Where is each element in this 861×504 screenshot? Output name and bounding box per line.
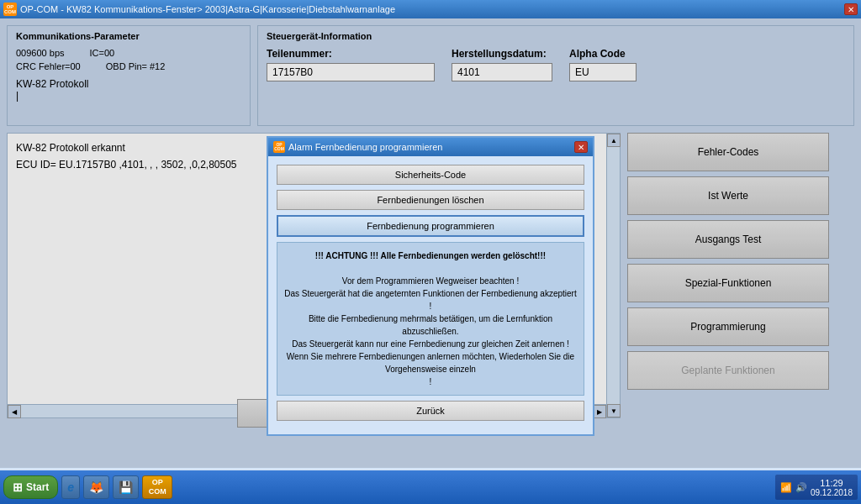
window-close-button[interactable]: ✕: [844, 3, 858, 15]
modal-app-icon: OPCOM: [273, 141, 285, 153]
opcom-taskbar-item[interactable]: OP COM: [142, 475, 172, 499]
windows-logo: ⊞: [13, 480, 23, 494]
app-icon: OPCOM: [3, 3, 17, 16]
window-title: OP-COM - KW82 Kommunikations-Fenster> 20…: [20, 4, 395, 14]
modal-info-box: !!! ACHTUNG !!! Alle Fernbedienungen wer…: [277, 242, 584, 396]
modal-warning-text: !!! ACHTUNG !!! Alle Fernbedienungen wer…: [284, 249, 577, 262]
zurueck-button[interactable]: Zurück: [277, 401, 584, 421]
taskbar: ⊞ Start e 🦊 💾 OP COM 📶 🔊 11:29 09.12.201…: [0, 470, 861, 504]
modal-info-line3: Bitte die Fernbedienung mehrmals betätig…: [284, 312, 577, 338]
modal-info-line2: Das Steuergerät hat die angeternten Funk…: [284, 287, 577, 312]
start-button[interactable]: ⊞ Start: [3, 475, 58, 499]
firefox-icon: 🦊: [89, 480, 103, 494]
sicherheits-code-button[interactable]: Sicherheits-Code: [277, 165, 584, 185]
start-label: Start: [26, 481, 49, 493]
opcom-taskbar-label: OP COM: [149, 478, 166, 496]
taskbar-right-area: 📶 🔊 11:29 09.12.2018: [775, 475, 858, 500]
modal-info-line4: Das Steuergerät kann nur eine Fernbedien…: [284, 338, 577, 350]
modal-dialog: OPCOM Alarm Fernbedienung programmieren …: [267, 136, 594, 436]
modal-info-line6: !: [284, 375, 577, 388]
main-content: Kommunikations-Parameter 009600 bps IC=0…: [0, 18, 861, 468]
modal-title-bar: OPCOM Alarm Fernbedienung programmieren …: [268, 138, 593, 156]
date-value: 09.12.2018: [811, 488, 853, 497]
ie-icon: e: [67, 480, 74, 494]
floppy-icon: 💾: [119, 480, 133, 494]
modal-info-line1: Vor dem Programmieren Wegweiser beachten…: [284, 275, 577, 287]
taskbar-time-display: 11:29 09.12.2018: [811, 478, 853, 497]
modal-title-left: OPCOM Alarm Fernbedienung programmieren: [273, 141, 442, 153]
network-icon: 📶: [780, 482, 792, 493]
ie-taskbar-item[interactable]: e: [61, 475, 80, 499]
modal-info-line5: Wenn Sie mehrere Fernbedienungen anlerne…: [284, 350, 577, 375]
modal-title-text: Alarm Fernbedienung programmieren: [288, 142, 442, 152]
time-value: 11:29: [811, 478, 853, 488]
modal-close-button[interactable]: ✕: [574, 141, 588, 153]
fernbedienungen-loeschen-button[interactable]: Fernbedienungen löschen: [277, 190, 584, 210]
modal-overlay: OPCOM Alarm Fernbedienung programmieren …: [0, 18, 861, 468]
fernbedienung-programmieren-button[interactable]: Fernbedienung programmieren: [277, 215, 584, 237]
floppy-taskbar-item[interactable]: 💾: [113, 475, 139, 499]
title-bar: OPCOM OP-COM - KW82 Kommunikations-Fenst…: [0, 0, 861, 18]
volume-icon: 🔊: [795, 482, 807, 493]
modal-content: Sicherheits-Code Fernbedienungen löschen…: [268, 156, 593, 434]
firefox-taskbar-item[interactable]: 🦊: [83, 475, 109, 499]
